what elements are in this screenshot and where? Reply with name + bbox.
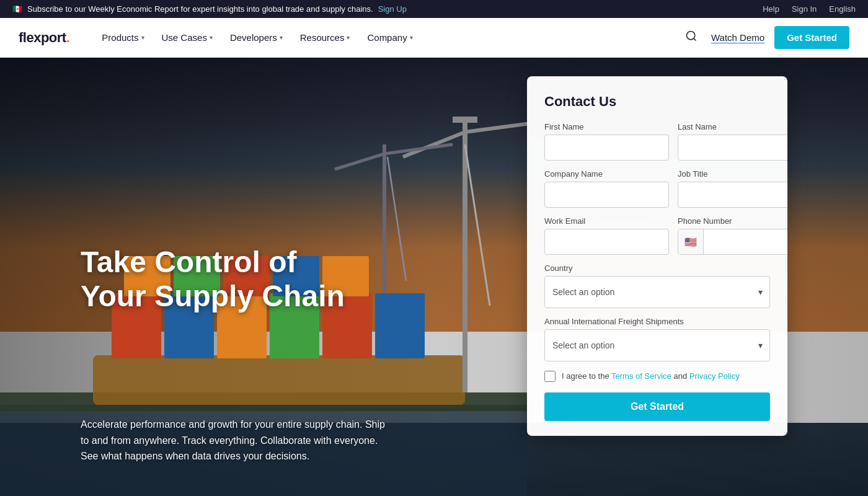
navbar: flexport. Products ▾ Use Cases ▾ Develop…: [0, 18, 868, 58]
search-button[interactable]: [681, 26, 701, 49]
work-email-group: Work Email: [544, 216, 669, 255]
hero-content: Take Control of Your Supply Chain: [81, 245, 345, 313]
nav-item-developers[interactable]: Developers ▾: [223, 27, 290, 48]
svg-point-0: [687, 32, 695, 40]
svg-line-23: [335, 154, 384, 169]
phone-flag[interactable]: 🇺🇸: [678, 229, 704, 254]
job-title-group: Job Title: [678, 169, 787, 208]
job-title-label: Job Title: [678, 169, 787, 179]
hero-subtitle: Accelerate performance and growth for yo…: [81, 417, 391, 464]
last-name-group: Last Name: [678, 122, 787, 161]
privacy-policy-link[interactable]: Privacy Policy: [689, 371, 740, 381]
sign-in-link[interactable]: Sign In: [792, 4, 817, 14]
help-link[interactable]: Help: [763, 4, 779, 14]
submit-button[interactable]: Get Started: [544, 392, 770, 421]
shipments-label: Annual International Freight Shipments: [544, 317, 770, 326]
country-select[interactable]: Select an option United States Canada Un…: [544, 276, 770, 308]
company-row: Company Name Job Title: [544, 169, 770, 208]
first-name-group: First Name: [544, 122, 669, 161]
banner-signup-link[interactable]: Sign Up: [378, 4, 407, 14]
last-name-input[interactable]: [678, 135, 787, 161]
contact-form-panel: Contact Us First Name Last Name Company …: [527, 76, 787, 436]
watch-demo-button[interactable]: Watch Demo: [711, 32, 764, 43]
country-group: Country Select an option United States C…: [544, 264, 770, 308]
nav-item-products[interactable]: Products ▾: [94, 27, 151, 48]
shipments-group: Annual International Freight Shipments S…: [544, 317, 770, 361]
logo-dot: .: [66, 30, 70, 45]
svg-line-18: [403, 132, 465, 157]
shipments-select[interactable]: Select an option Less than 100 100 - 500…: [544, 329, 770, 361]
nav-actions: Watch Demo Get Started: [681, 26, 849, 49]
work-email-label: Work Email: [544, 216, 669, 226]
nav-item-use-cases[interactable]: Use Cases ▾: [154, 27, 220, 48]
get-started-button[interactable]: Get Started: [774, 26, 849, 49]
first-name-label: First Name: [544, 122, 669, 131]
work-email-input[interactable]: [544, 229, 669, 255]
nav-item-company[interactable]: Company ▾: [360, 27, 420, 48]
form-title: Contact Us: [544, 94, 770, 110]
contact-row: Work Email Phone Number 🇺🇸: [544, 216, 770, 255]
search-icon: [685, 30, 698, 42]
job-title-input[interactable]: [678, 182, 787, 208]
agree-text: I agree to the Terms of Service and Priv…: [562, 370, 740, 383]
svg-line-24: [388, 157, 406, 281]
language-selector[interactable]: English: [829, 4, 856, 14]
terms-of-service-link[interactable]: Terms of Service: [611, 371, 671, 381]
hero-title: Take Control of Your Supply Chain: [81, 245, 345, 313]
last-name-label: Last Name: [678, 122, 787, 131]
country-select-wrapper: Select an option United States Canada Un…: [544, 276, 770, 308]
company-name-label: Company Name: [544, 169, 669, 179]
banner-left: 🇲🇽 Subscribe to our Weekly Economic Repo…: [12, 4, 407, 14]
chevron-down-icon: ▾: [280, 34, 283, 41]
chevron-down-icon: ▾: [141, 34, 144, 41]
chevron-down-icon: ▾: [210, 34, 213, 41]
svg-rect-10: [375, 293, 425, 358]
banner-flag: 🇲🇽: [12, 4, 22, 14]
phone-input[interactable]: [704, 229, 787, 254]
shipments-select-wrapper: Select an option Less than 100 100 - 500…: [544, 329, 770, 361]
hero-section: Take Control of Your Supply Chain Accele…: [0, 58, 868, 496]
chevron-down-icon: ▾: [410, 34, 413, 41]
company-name-group: Company Name: [544, 169, 669, 208]
logo[interactable]: flexport.: [19, 30, 69, 46]
first-name-input[interactable]: [544, 135, 669, 161]
phone-number-label: Phone Number: [678, 216, 787, 226]
country-label: Country: [544, 264, 770, 273]
banner-message: Subscribe to our Weekly Economic Report …: [27, 4, 373, 14]
phone-number-group: Phone Number 🇺🇸: [678, 216, 787, 255]
svg-line-19: [465, 144, 490, 306]
phone-input-wrapper: 🇺🇸: [678, 229, 787, 255]
top-banner: 🇲🇽 Subscribe to our Weekly Economic Repo…: [0, 0, 868, 18]
agree-row: I agree to the Terms of Service and Priv…: [544, 370, 770, 383]
chevron-down-icon: ▾: [347, 34, 350, 41]
nav-item-resources[interactable]: Resources ▾: [293, 27, 358, 48]
company-name-input[interactable]: [544, 182, 669, 208]
banner-right: Help Sign In English: [763, 4, 856, 14]
svg-rect-4: [93, 355, 465, 405]
nav-links: Products ▾ Use Cases ▾ Developers ▾ Reso…: [94, 27, 681, 48]
name-row: First Name Last Name: [544, 122, 770, 161]
logo-text: flexport.: [19, 30, 69, 46]
agree-checkbox[interactable]: [544, 371, 556, 382]
svg-line-1: [694, 38, 696, 41]
